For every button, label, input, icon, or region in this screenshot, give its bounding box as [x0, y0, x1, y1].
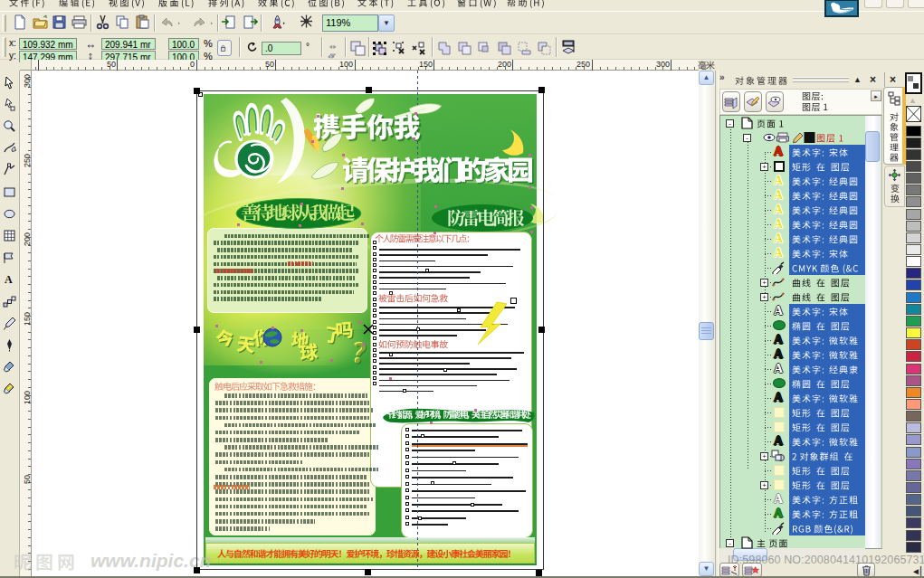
svg-text:A: A — [5, 273, 13, 286]
